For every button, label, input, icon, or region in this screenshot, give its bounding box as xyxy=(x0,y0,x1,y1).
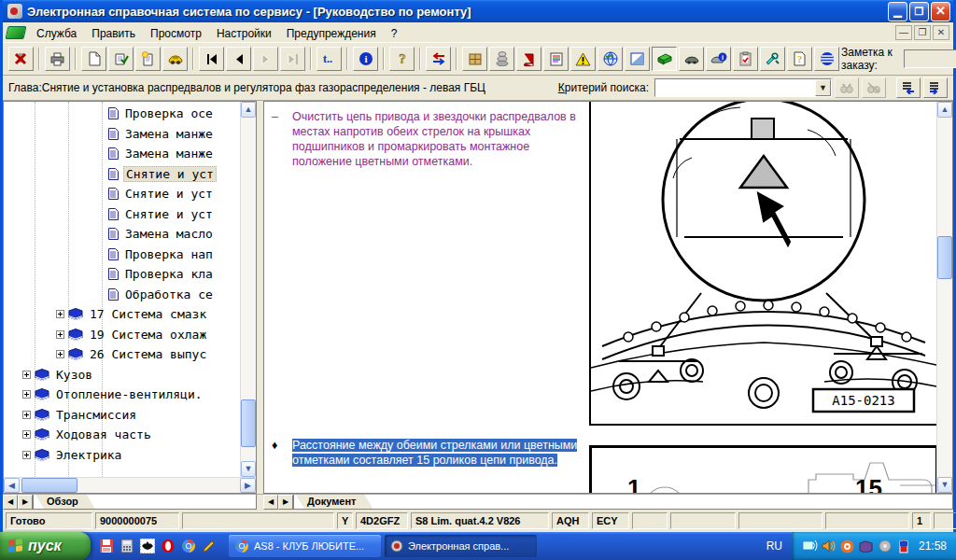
tree-item[interactable]: Кузов xyxy=(4,365,240,385)
tree-expand-icon[interactable] xyxy=(56,350,64,358)
scroll-left-icon[interactable]: ◀ xyxy=(4,478,20,493)
car-info-button[interactable]: i xyxy=(706,47,731,71)
compare-button[interactable] xyxy=(426,47,451,71)
tree-expand-icon[interactable] xyxy=(22,451,31,459)
document-vertical-scrollbar[interactable]: ▲ ▼ xyxy=(936,102,952,493)
combo-dropdown-icon[interactable]: ▼ xyxy=(815,79,831,96)
manual-book-button[interactable] xyxy=(516,47,541,71)
clipboard-check-button[interactable] xyxy=(733,47,758,71)
tree-item[interactable]: Снятие и уст xyxy=(4,204,240,225)
tray-battery-icon[interactable] xyxy=(896,539,911,553)
taskbar-task-1[interactable]: Электронная справ... xyxy=(385,535,537,557)
tree-item[interactable]: Трансмиссия xyxy=(4,405,240,426)
parcel-button[interactable] xyxy=(462,47,487,71)
tab-scroll-right-icon[interactable]: ▶ xyxy=(18,495,33,510)
tree-item[interactable]: Снятие и уст xyxy=(4,164,240,185)
tree-item[interactable]: Снятие и уст xyxy=(4,184,240,204)
pen-icon[interactable] xyxy=(201,538,218,554)
tree-expand-icon[interactable] xyxy=(22,390,31,399)
mdi-close-button[interactable]: ✕ xyxy=(933,25,949,40)
exit-button[interactable] xyxy=(8,47,34,71)
language-indicator[interactable]: RU xyxy=(757,539,792,553)
info-button[interactable]: i xyxy=(353,47,378,71)
tab-overview[interactable]: Обзор xyxy=(35,495,95,509)
warning-button[interactable] xyxy=(570,47,596,71)
tree-item[interactable]: Замена манже xyxy=(4,144,240,164)
menu-item-5[interactable]: ? xyxy=(384,25,405,42)
workshop-brick-button[interactable] xyxy=(652,47,677,71)
tree-vertical-scrollbar[interactable]: ▲ ▼ xyxy=(240,102,256,477)
menu-item-2[interactable]: Просмотр xyxy=(143,25,209,42)
new-doc-button[interactable] xyxy=(81,47,106,71)
help-button[interactable]: ? xyxy=(389,47,415,71)
panel-splitter[interactable] xyxy=(257,101,263,494)
scroll-up-icon[interactable]: ▲ xyxy=(937,102,952,118)
tree-horizontal-scrollbar[interactable]: ◀ ▶ xyxy=(4,477,256,493)
list-back-button[interactable] xyxy=(896,77,921,98)
tab-scroll-left-icon[interactable]: ◀ xyxy=(263,495,278,510)
tray-book-icon[interactable] xyxy=(859,539,874,553)
search-criteria-combobox[interactable]: ▼ xyxy=(654,78,832,97)
tree-expand-icon[interactable] xyxy=(56,310,64,318)
tree-expand-icon[interactable] xyxy=(22,371,31,379)
tree-item[interactable]: 26 Система выпус xyxy=(4,344,240,365)
tree-expand-icon[interactable] xyxy=(22,430,31,439)
tools-button[interactable] xyxy=(760,47,785,71)
menu-item-1[interactable]: Править xyxy=(84,25,143,42)
order-note-input[interactable] xyxy=(904,49,956,68)
mdi-minimize-button[interactable]: — xyxy=(895,25,912,40)
figures-button[interactable] xyxy=(489,47,514,71)
tree-vscroll-thumb[interactable] xyxy=(241,399,256,448)
nav-first-button[interactable] xyxy=(199,47,224,71)
search-next-button[interactable] xyxy=(835,77,859,98)
vehicle-button[interactable] xyxy=(162,47,188,71)
tree-item[interactable]: Замена масло xyxy=(4,224,240,245)
scroll-right-icon[interactable]: ▶ xyxy=(240,478,256,493)
restore-button[interactable]: ❐ xyxy=(909,2,929,21)
tree-item[interactable]: Проверка нап xyxy=(4,245,240,265)
search-prev-button[interactable] xyxy=(862,77,886,98)
tab-document[interactable]: Документ xyxy=(296,495,373,509)
tree-item[interactable]: 17 Система смазк xyxy=(4,304,240,325)
doc-question-button[interactable]: ? xyxy=(787,47,812,71)
start-button[interactable]: пуск xyxy=(0,532,91,560)
tree-expand-icon[interactable] xyxy=(22,411,31,419)
opera-icon[interactable] xyxy=(160,538,176,554)
scroll-down-icon[interactable]: ▼ xyxy=(241,461,256,477)
window-split-button[interactable] xyxy=(625,47,650,71)
menu-item-4[interactable]: Предупреждения xyxy=(279,25,384,42)
tab-scroll-right-icon[interactable]: ▶ xyxy=(278,495,293,510)
tree-item[interactable]: Замена манже xyxy=(4,124,240,145)
tree-expand-icon[interactable] xyxy=(56,330,64,339)
bat-icon[interactable] xyxy=(139,538,156,554)
print-button[interactable] xyxy=(45,47,70,71)
tree-item[interactable]: Электрика xyxy=(4,445,240,466)
menu-item-0[interactable]: Служба xyxy=(29,25,84,42)
chrome-icon[interactable] xyxy=(180,538,197,554)
scroll-up-icon[interactable]: ▲ xyxy=(241,102,256,118)
tab-scroll-left-icon[interactable]: ◀ xyxy=(3,495,18,510)
list-forward-button[interactable] xyxy=(923,77,948,98)
tree-item[interactable]: Ходовая часть xyxy=(4,425,240,445)
floppy-icon[interactable] xyxy=(98,538,115,554)
doc-list-button[interactable] xyxy=(543,47,569,71)
mdi-restore-button[interactable]: ❐ xyxy=(914,25,931,40)
tray-network-monitor-icon[interactable] xyxy=(803,539,818,553)
menu-item-3[interactable]: Настройки xyxy=(209,25,279,42)
calculator-icon[interactable] xyxy=(119,538,135,554)
minimize-button[interactable]: ▁ xyxy=(888,2,907,21)
doc-vscroll-thumb[interactable] xyxy=(937,236,952,279)
tray-disc-icon[interactable] xyxy=(878,539,893,553)
tree-hscroll-thumb[interactable] xyxy=(21,478,77,493)
new-note-button[interactable] xyxy=(135,47,161,71)
scroll-down-icon[interactable]: ▼ xyxy=(937,477,952,493)
nav-prev-button[interactable] xyxy=(226,47,251,71)
close-button[interactable]: ✕ xyxy=(931,2,950,21)
intranet-globe-button[interactable] xyxy=(814,47,839,71)
tray-volume-icon[interactable] xyxy=(822,539,836,553)
tree-item[interactable]: Проверка осе xyxy=(4,104,240,124)
tree-item[interactable]: Отопление-вентиляци. xyxy=(4,385,240,405)
edit-doc-button[interactable] xyxy=(108,47,134,71)
tray-avast-icon[interactable] xyxy=(840,539,855,553)
tree-item[interactable]: Обработка се xyxy=(4,285,240,305)
